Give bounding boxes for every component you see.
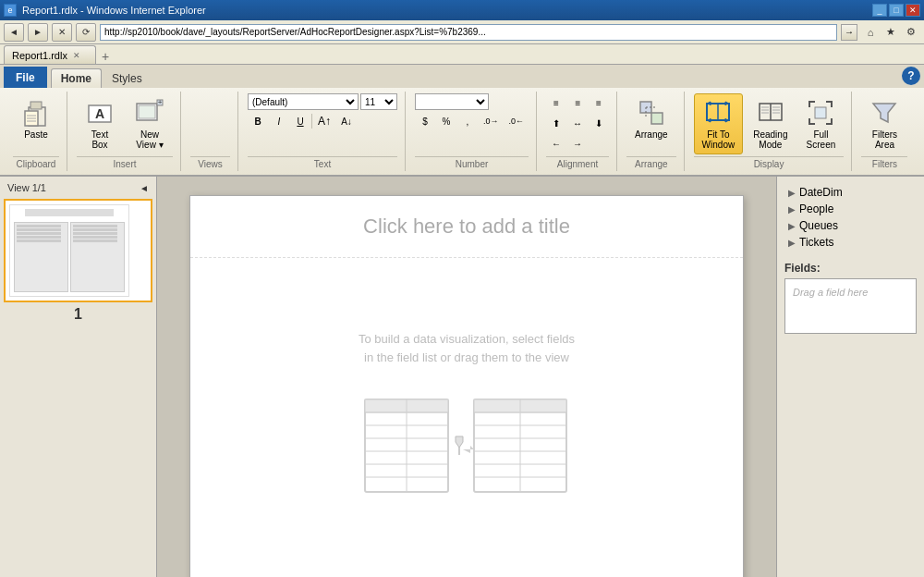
number-format-select[interactable] bbox=[415, 93, 489, 110]
display-content: Fit To Window bbox=[694, 92, 845, 154]
forward-btn[interactable]: ► bbox=[28, 23, 48, 42]
favorites-btn[interactable]: ★ bbox=[881, 23, 900, 42]
filters-icon bbox=[869, 98, 899, 128]
filters-area-btn[interactable]: Filters Area bbox=[861, 93, 907, 154]
stop-btn[interactable]: ✕ bbox=[52, 23, 72, 42]
svg-marker-38 bbox=[456, 436, 463, 455]
ribbon-group-arrange: Arrange Arrange bbox=[619, 92, 685, 171]
comma-btn[interactable]: , bbox=[457, 112, 478, 130]
thumb-line bbox=[17, 236, 61, 239]
indent-btn[interactable]: → bbox=[567, 134, 588, 153]
underline-btn[interactable]: U bbox=[290, 112, 310, 130]
refresh-btn[interactable]: ⟳ bbox=[76, 23, 96, 42]
report-canvas: Click here to add a title To build a dat… bbox=[189, 195, 744, 577]
tab-home[interactable]: Home bbox=[51, 68, 102, 88]
tools-btn[interactable]: ⚙ bbox=[902, 23, 920, 42]
ribbon-group-number: $ % , .0→ .0← Number bbox=[407, 92, 537, 171]
arrange-button[interactable]: Arrange bbox=[626, 93, 676, 144]
full-screen-icon bbox=[806, 98, 835, 128]
thumb-line bbox=[17, 239, 61, 242]
reading-mode-btn[interactable]: Reading Mode bbox=[745, 93, 796, 154]
tab-file[interactable]: File bbox=[4, 67, 47, 88]
increase-decimal-btn[interactable]: .0→ bbox=[479, 112, 504, 130]
field-tree: ▶ DateDim ▶ People ▶ Queues ▶ Tickets bbox=[784, 184, 917, 251]
ribbon-group-filters: Filters Area Filters bbox=[854, 92, 915, 171]
close-btn[interactable]: ✕ bbox=[906, 4, 920, 17]
decrease-font-btn[interactable]: A↓ bbox=[336, 112, 357, 130]
thumb-line bbox=[73, 236, 117, 239]
maximize-btn[interactable]: □ bbox=[889, 4, 904, 17]
tree-arrow-tickets: ▶ bbox=[788, 238, 796, 248]
align-center-btn[interactable]: ≡ bbox=[567, 93, 588, 112]
text-label: Text bbox=[248, 156, 397, 171]
paste-label: Paste bbox=[24, 129, 48, 140]
collapse-btn[interactable]: ◄ bbox=[140, 183, 149, 193]
go-btn[interactable]: → bbox=[841, 24, 857, 41]
tree-item-queues[interactable]: ▶ Queues bbox=[784, 217, 917, 234]
clipboard-content: Paste bbox=[13, 92, 59, 154]
tree-item-tickets[interactable]: ▶ Tickets bbox=[784, 234, 917, 251]
new-view-icon: + bbox=[135, 98, 164, 128]
tree-arrow-queues: ▶ bbox=[788, 221, 796, 231]
increase-font-btn[interactable]: A↑ bbox=[313, 112, 335, 130]
ribbon: File Home Styles ? bbox=[0, 65, 924, 177]
align-top-btn[interactable]: ⬆ bbox=[546, 114, 566, 132]
percent-btn[interactable]: % bbox=[436, 112, 456, 130]
font-size-select[interactable]: 11 bbox=[360, 93, 397, 110]
separator-1 bbox=[311, 114, 312, 129]
minimize-btn[interactable]: _ bbox=[872, 4, 887, 17]
thumb-line bbox=[17, 232, 61, 235]
textbox-label: Text Box bbox=[91, 129, 108, 150]
tab-styles[interactable]: Styles bbox=[102, 68, 152, 88]
tree-item-datedim[interactable]: ▶ DateDim bbox=[784, 184, 917, 201]
back-btn[interactable]: ◄ bbox=[4, 23, 24, 42]
svg-text:A: A bbox=[95, 106, 104, 121]
new-view-button[interactable]: + New View ▾ bbox=[127, 93, 173, 154]
svg-marker-48 bbox=[463, 446, 474, 453]
align-middle-btn[interactable]: ↔ bbox=[567, 114, 588, 132]
thumbnail-wrapper[interactable] bbox=[4, 199, 152, 302]
title-bar-left: e Report1.rdlx - Windows Internet Explor… bbox=[4, 4, 206, 17]
home-btn[interactable]: ⌂ bbox=[861, 23, 880, 42]
ribbon-group-views: Views bbox=[183, 92, 238, 171]
filters-content: Filters Area bbox=[861, 92, 907, 154]
fit-window-btn[interactable]: Fit To Window bbox=[694, 93, 744, 154]
text-content: (Default) 11 B I U A↑ A↓ bbox=[248, 92, 397, 154]
tree-item-people[interactable]: ▶ People bbox=[784, 201, 917, 217]
paste-icon bbox=[21, 98, 51, 128]
fit-window-icon bbox=[703, 98, 733, 128]
full-screen-label: Full Screen bbox=[807, 129, 836, 150]
number-format-row bbox=[415, 93, 529, 110]
tree-label-datedim: DateDim bbox=[799, 186, 843, 199]
arrange-content: Arrange bbox=[626, 92, 676, 154]
views-label: Views bbox=[190, 156, 230, 171]
ribbon-group-clipboard: Paste Clipboard bbox=[6, 92, 67, 171]
title-bar-controls[interactable]: _ □ ✕ bbox=[872, 4, 920, 17]
textbox-button[interactable]: A Text Box bbox=[77, 93, 123, 154]
italic-btn[interactable]: I bbox=[269, 112, 289, 130]
left-panel: View 1/1 ◄ bbox=[0, 177, 157, 577]
fields-drop-area[interactable]: Drag a field here bbox=[784, 278, 917, 334]
address-input[interactable] bbox=[100, 24, 837, 41]
new-tab-btn[interactable]: + bbox=[98, 49, 113, 64]
align-bottom-btn[interactable]: ⬇ bbox=[589, 114, 609, 132]
filters-label: Filters bbox=[861, 156, 907, 171]
thumb-cell-2 bbox=[70, 222, 125, 292]
align-row: ≡ ≡ ≡ ⬆ ↔ ⬇ ← → bbox=[546, 93, 609, 153]
fit-window-label: Fit To Window bbox=[702, 129, 736, 150]
tab-close-btn[interactable]: ✕ bbox=[73, 51, 80, 60]
alignment-label: Alignment bbox=[546, 156, 609, 171]
bold-btn[interactable]: B bbox=[248, 112, 268, 130]
font-name-select[interactable]: (Default) bbox=[248, 93, 359, 110]
align-vert-row: ⬆ ↔ ⬇ bbox=[546, 114, 609, 132]
currency-btn[interactable]: $ bbox=[415, 112, 435, 130]
browser-tab[interactable]: Report1.rdlx ✕ bbox=[4, 45, 96, 64]
align-right-btn[interactable]: ≡ bbox=[589, 93, 609, 112]
help-btn[interactable]: ? bbox=[902, 67, 920, 85]
full-screen-btn[interactable]: Full Screen bbox=[797, 93, 844, 154]
click-title[interactable]: Click here to add a title bbox=[190, 196, 743, 258]
decrease-decimal-btn[interactable]: .0← bbox=[505, 112, 529, 130]
align-left-btn[interactable]: ≡ bbox=[546, 93, 566, 112]
outdent-btn[interactable]: ← bbox=[546, 134, 566, 153]
paste-button[interactable]: Paste bbox=[13, 93, 59, 144]
